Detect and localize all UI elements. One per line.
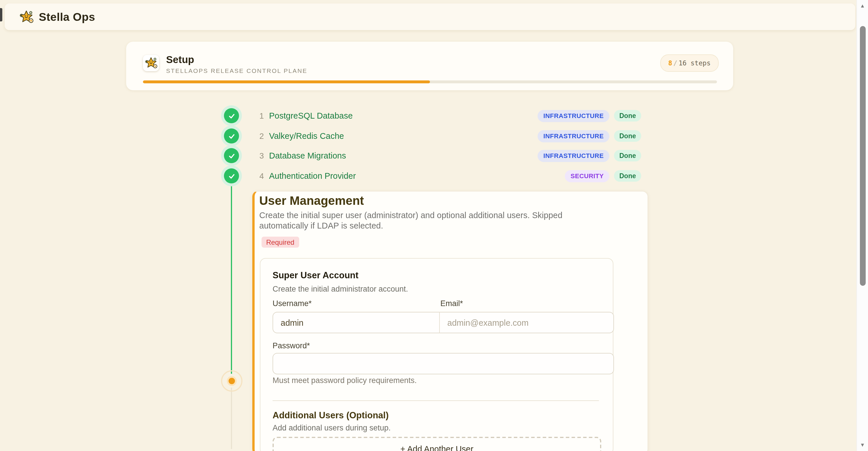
category-badge: INFRASTRUCTURE: [537, 110, 610, 122]
section-title: User Management: [259, 194, 364, 208]
steps-count-separator: /: [673, 59, 677, 67]
setup-logo-icon: [143, 55, 159, 71]
vertical-scrollbar[interactable]: ▲ ▼: [857, 0, 868, 451]
scrollbar-down-icon[interactable]: ▼: [857, 441, 868, 449]
section-description: Create the initial super user (administr…: [259, 211, 589, 231]
email-label: Email*: [440, 299, 463, 308]
setup-subtitle: STELLAOPS RELEASE CONTROL PLANE: [166, 67, 307, 74]
setup-progress-fill: [143, 80, 430, 83]
top-bar: Stella Ops: [5, 3, 855, 30]
brand-title: Stella Ops: [39, 10, 95, 24]
category-badge: INFRASTRUCTURE: [537, 150, 610, 162]
category-badge: INFRASTRUCTURE: [537, 130, 610, 142]
user-management-card: User Management Create the initial super…: [252, 191, 648, 451]
status-badge: Done: [614, 130, 642, 142]
step-row-postgresql[interactable]: 1 PostgreSQL Database INFRASTRUCTURE Don…: [255, 108, 641, 124]
steps-done-count: 8: [668, 59, 672, 67]
scrollbar-up-icon[interactable]: ▲: [857, 2, 868, 10]
setup-header-card: Setup STELLAOPS RELEASE CONTROL PLANE 8 …: [126, 42, 733, 90]
step-number: 1: [255, 111, 264, 120]
step-title: Authentication Provider: [269, 171, 356, 181]
window-edge-artifact: [0, 8, 2, 22]
setup-title: Setup: [166, 54, 194, 66]
status-badge: Done: [614, 150, 642, 161]
step-title: Database Migrations: [269, 151, 346, 160]
password-label: Password*: [273, 341, 310, 350]
password-field[interactable]: [273, 353, 614, 374]
username-field[interactable]: [273, 312, 440, 333]
status-badge: Done: [614, 170, 642, 182]
username-label: Username*: [273, 299, 312, 308]
step-row-valkey[interactable]: 2 Valkey/Redis Cache INFRASTRUCTURE Done: [255, 128, 641, 144]
step-title: PostgreSQL Database: [269, 111, 353, 120]
step-number: 2: [255, 131, 264, 140]
step-check-icon: [224, 168, 239, 184]
step-check-icon: [224, 128, 239, 143]
add-another-user-button[interactable]: + Add Another User: [273, 437, 601, 451]
required-badge: Required: [261, 237, 299, 248]
setup-page: Stella Ops Setup STELLAOPS RELEASE CONTR…: [0, 0, 868, 451]
steps-count-badge: 8 / 16 steps: [660, 54, 719, 72]
step-check-icon: [224, 108, 239, 123]
password-helper-text: Must meet password policy requirements.: [273, 376, 416, 385]
step-number: 3: [255, 151, 264, 160]
category-badge: SECURITY: [565, 170, 609, 182]
super-user-subtitle: Create the initial administrator account…: [273, 285, 408, 293]
step-number: 4: [255, 171, 264, 181]
current-step-marker-icon: [228, 378, 235, 384]
status-badge: Done: [614, 110, 642, 122]
step-row-migrations[interactable]: 3 Database Migrations INFRASTRUCTURE Don…: [255, 148, 641, 164]
scrollbar-thumb[interactable]: [860, 26, 865, 286]
additional-users-subtitle: Add additional users during setup.: [273, 423, 391, 432]
steps-total-label: 16 steps: [679, 59, 711, 67]
section-divider: [273, 400, 599, 401]
stellaops-mascot-icon: [19, 9, 34, 25]
step-title: Valkey/Redis Cache: [269, 131, 344, 140]
additional-users-title: Additional Users (Optional): [273, 410, 389, 421]
setup-progress-bar: [143, 80, 717, 83]
timeline-line-upcoming: [231, 388, 232, 449]
step-check-icon: [224, 148, 239, 163]
super-user-title: Super User Account: [273, 270, 359, 281]
email-field[interactable]: [439, 312, 614, 333]
super-user-account-card: Super User Account Create the initial ad…: [260, 258, 613, 451]
step-row-authentication[interactable]: 4 Authentication Provider SECURITY Done: [255, 168, 641, 184]
